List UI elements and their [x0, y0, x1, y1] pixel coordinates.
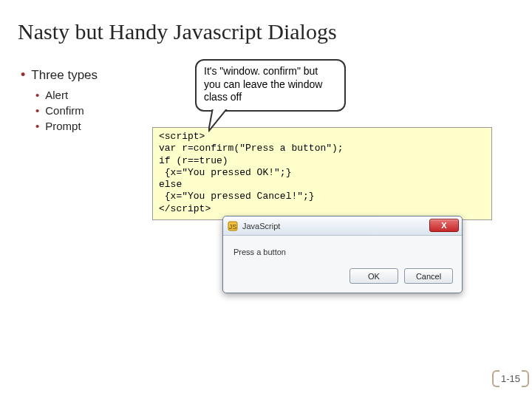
svg-text:JS: JS — [229, 223, 237, 231]
page-number: 1-15 — [497, 372, 525, 386]
bullet-l2-text: Confirm — [45, 104, 84, 117]
ok-button[interactable]: OK — [349, 268, 398, 284]
close-icon: X — [441, 221, 446, 230]
bullet-list: • Three types • Alert • Confirm • Prompt — [21, 68, 152, 135]
bullet-dot-icon: • — [35, 120, 39, 133]
svg-marker-0 — [208, 108, 228, 132]
callout-bubble: It's "window. confirm" but you can leave… — [195, 59, 346, 112]
dialog-titlebar: JS JavaScript X — [223, 216, 462, 236]
bullet-l2-text: Prompt — [45, 120, 81, 132]
javascript-icon: JS — [228, 221, 238, 231]
bullet-prompt: • Prompt — [35, 120, 152, 133]
bullet-alert: • Alert — [35, 89, 152, 102]
content-area: • Three types • Alert • Confirm • Prompt… — [0, 44, 532, 135]
cancel-button[interactable]: Cancel — [404, 268, 453, 284]
bullet-three-types: • Three types — [21, 68, 152, 83]
svg-rect-1 — [211, 108, 229, 109]
bullet-confirm: • Confirm — [35, 104, 152, 117]
bullet-l1-text: Three types — [31, 68, 98, 83]
dialog-message: Press a button — [223, 236, 462, 262]
dialog-button-row: OK Cancel — [223, 262, 462, 293]
bullet-dot-icon: • — [35, 89, 39, 102]
bullet-dot-icon: • — [35, 104, 39, 117]
confirm-dialog: JS JavaScript X Press a button OK Cancel — [222, 216, 463, 293]
close-button[interactable]: X — [429, 219, 459, 232]
right-pane: It's "window. confirm" but you can leave… — [152, 68, 492, 135]
bullet-l2-text: Alert — [45, 89, 68, 101]
slide-title: Nasty but Handy Javascript Dialogs — [0, 0, 532, 44]
bullet-dot-icon: • — [21, 68, 25, 83]
dialog-title: JavaScript — [242, 222, 280, 231]
code-sample: <script> var r=confirm("Press a button")… — [152, 127, 492, 220]
